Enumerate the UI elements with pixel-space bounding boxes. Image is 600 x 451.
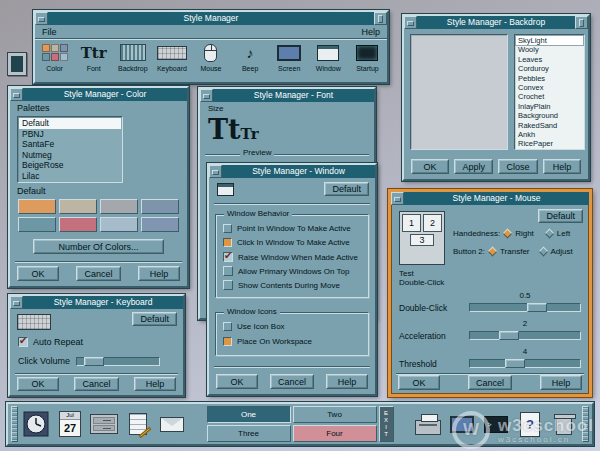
- radio-adjust[interactable]: [538, 247, 548, 257]
- option-raise-window[interactable]: Raise Window When Made Active: [223, 252, 358, 262]
- backdrop-list[interactable]: SkyLight Wooly Leaves Corduroy Pebbles C…: [514, 34, 585, 150]
- option-place-on-workspace[interactable]: Place On Workspace: [223, 337, 312, 346]
- option-label[interactable]: Adjust: [551, 247, 573, 256]
- calendar-launcher[interactable]: Jul 27: [54, 406, 86, 442]
- mouse-button-3[interactable]: 3: [410, 234, 434, 246]
- option-point-in-window[interactable]: Point In Window To Make Active: [223, 224, 351, 233]
- color-swatch[interactable]: [100, 199, 138, 214]
- mail-launcher[interactable]: [156, 406, 188, 442]
- cancel-button[interactable]: Cancel: [270, 374, 314, 389]
- double-click-slider[interactable]: [469, 303, 581, 312]
- ok-button[interactable]: OK: [411, 159, 449, 174]
- color-swatch[interactable]: [59, 199, 97, 214]
- window-menu-button[interactable]: [404, 16, 417, 29]
- style-item-color[interactable]: Color: [35, 39, 74, 83]
- default-button[interactable]: Default: [132, 312, 177, 326]
- radio-transfer[interactable]: [488, 247, 498, 257]
- option-show-contents[interactable]: Show Contents During Move: [223, 280, 340, 290]
- style-item-backdrop[interactable]: Backdrop: [113, 39, 152, 83]
- maximize-button[interactable]: [575, 16, 588, 29]
- option-label[interactable]: Left: [557, 229, 570, 238]
- backdrop-item[interactable]: Pebbles: [516, 74, 583, 83]
- style-item-window[interactable]: Window: [309, 39, 348, 83]
- style-item-keyboard[interactable]: Keyboard: [152, 39, 191, 83]
- file-manager-launcher[interactable]: [88, 406, 120, 442]
- workspace-two-button[interactable]: Two: [293, 406, 377, 423]
- mouse-graphic[interactable]: 1 2 3: [399, 211, 445, 265]
- help-menu[interactable]: Help: [361, 27, 380, 37]
- palette-item[interactable]: PBNJ: [19, 129, 121, 140]
- palette-item[interactable]: Lilac: [19, 171, 121, 182]
- style-item-screen[interactable]: Screen: [270, 39, 309, 83]
- cancel-button[interactable]: Cancel: [74, 377, 118, 391]
- style-item-mouse[interactable]: Mouse: [191, 39, 230, 83]
- color-swatch[interactable]: [141, 217, 179, 232]
- color-swatch[interactable]: [59, 217, 97, 232]
- minimized-window-icon[interactable]: [7, 52, 27, 76]
- ok-button[interactable]: OK: [216, 374, 258, 389]
- backdrop-item[interactable]: Crochet: [516, 92, 583, 101]
- radio-left[interactable]: [544, 229, 554, 239]
- maximize-button[interactable]: [374, 12, 387, 25]
- palette-item[interactable]: Nutmeg: [19, 150, 121, 161]
- help-button[interactable]: Help: [134, 377, 176, 391]
- cancel-button[interactable]: Cancel: [76, 266, 120, 281]
- color-swatch[interactable]: [18, 199, 56, 214]
- palettes-list[interactable]: Default PBNJ SantaFe Nutmeg BeigeRose Li…: [17, 116, 123, 183]
- ok-button[interactable]: OK: [17, 266, 59, 281]
- workspace-three-button[interactable]: Three: [207, 425, 291, 442]
- option-primary-on-top[interactable]: Allow Primary Windows On Top: [223, 266, 349, 276]
- option-label[interactable]: Transfer: [500, 247, 530, 256]
- palette-item[interactable]: BeigeRose: [19, 160, 121, 171]
- file-menu[interactable]: File: [42, 27, 57, 37]
- window-menu-button[interactable]: [200, 89, 213, 102]
- backdrop-item[interactable]: Corduroy: [516, 64, 583, 73]
- option-click-in-window[interactable]: Click In Window To Make Active: [223, 238, 350, 247]
- help-button[interactable]: Help: [326, 374, 368, 389]
- help-button[interactable]: Help: [540, 375, 582, 390]
- workspace-one-button[interactable]: One: [207, 406, 291, 423]
- color-swatch[interactable]: [100, 217, 138, 232]
- threshold-slider[interactable]: [469, 359, 581, 368]
- backdrop-item[interactable]: Ankh: [516, 130, 583, 139]
- backdrop-item[interactable]: RicePaper: [516, 139, 583, 148]
- backdrop-item[interactable]: Convex: [516, 83, 583, 92]
- text-editor-launcher[interactable]: [122, 406, 154, 442]
- number-of-colors-button[interactable]: Number Of Colors...: [33, 239, 164, 254]
- exit-button[interactable]: EXIT: [379, 406, 394, 442]
- backdrop-item[interactable]: Wooly: [516, 45, 583, 54]
- clock-launcher[interactable]: [20, 406, 52, 442]
- workspace-four-button[interactable]: Four: [293, 425, 377, 442]
- backdrop-item[interactable]: Background: [516, 111, 583, 120]
- option-label[interactable]: Right: [515, 229, 534, 238]
- window-menu-button[interactable]: [10, 88, 23, 101]
- help-button[interactable]: Help: [138, 266, 180, 281]
- close-button[interactable]: Close: [498, 159, 537, 174]
- option-use-icon-box[interactable]: Use Icon Box: [223, 322, 285, 331]
- style-item-startup[interactable]: Startup: [348, 39, 387, 83]
- palette-item[interactable]: SantaFe: [19, 139, 121, 150]
- help-button[interactable]: Help: [543, 159, 581, 174]
- ok-button[interactable]: OK: [17, 377, 59, 391]
- mouse-button-1[interactable]: 1: [402, 214, 421, 232]
- window-menu-button[interactable]: [35, 12, 48, 25]
- backdrop-item[interactable]: RakedSand: [516, 121, 583, 130]
- auto-repeat-option[interactable]: Auto Repeat: [18, 337, 83, 347]
- apply-button[interactable]: Apply: [454, 159, 493, 174]
- style-item-beep[interactable]: ♪ Beep: [231, 39, 270, 83]
- window-menu-button[interactable]: [209, 165, 222, 178]
- slider-thumb[interactable]: [505, 359, 525, 368]
- window-menu-button[interactable]: [391, 192, 404, 205]
- click-volume-slider[interactable]: [76, 357, 160, 366]
- style-item-font[interactable]: Ttr Font: [74, 39, 113, 83]
- slider-thumb[interactable]: [499, 331, 519, 340]
- slider-thumb[interactable]: [527, 303, 547, 312]
- mouse-button-2[interactable]: 2: [423, 214, 442, 232]
- printer-launcher[interactable]: [412, 406, 444, 442]
- color-swatch[interactable]: [141, 199, 179, 214]
- backdrop-item[interactable]: InlayPlain: [516, 102, 583, 111]
- cancel-button[interactable]: Cancel: [468, 375, 512, 390]
- slider-thumb[interactable]: [84, 357, 104, 366]
- palette-item[interactable]: Default: [19, 118, 121, 129]
- default-button[interactable]: Default: [538, 209, 583, 223]
